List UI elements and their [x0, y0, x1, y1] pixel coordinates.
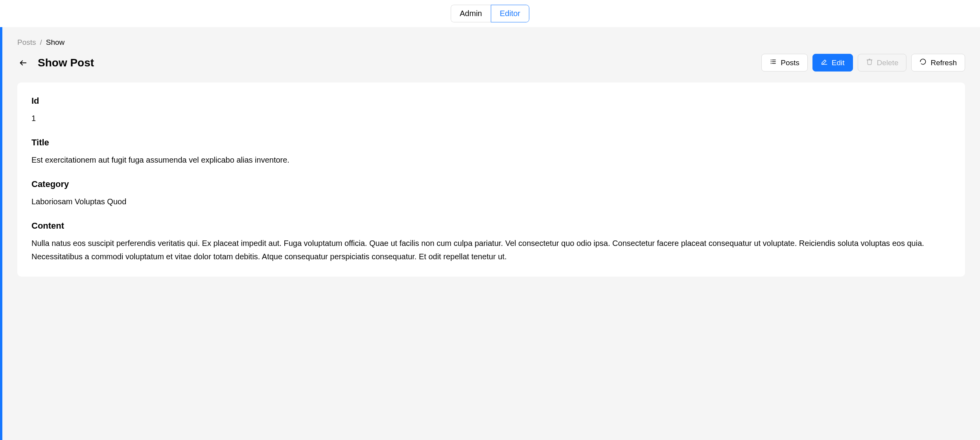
- field-title-value: Est exercitationem aut fugit fuga assume…: [31, 153, 951, 167]
- field-id: Id 1: [31, 96, 951, 125]
- top-bar: Admin Editor: [0, 0, 980, 27]
- field-title-label: Title: [31, 138, 951, 148]
- field-content-value: Nulla natus eos suscipit perferendis ver…: [31, 236, 951, 263]
- role-admin[interactable]: Admin: [451, 5, 491, 22]
- main-area: Posts / Show Show Post: [0, 27, 980, 440]
- field-content: Content Nulla natus eos suscipit perfere…: [31, 221, 951, 263]
- svg-point-6: [771, 63, 772, 64]
- role-editor[interactable]: Editor: [491, 5, 529, 22]
- svg-point-4: [771, 60, 772, 60]
- posts-button-label: Posts: [781, 59, 799, 67]
- svg-point-5: [771, 62, 772, 62]
- field-category-value: Laboriosam Voluptas Quod: [31, 195, 951, 208]
- refresh-icon: [919, 58, 927, 67]
- field-category-label: Category: [31, 179, 951, 189]
- delete-button-label: Delete: [877, 59, 899, 67]
- action-buttons: Posts Edit: [761, 54, 965, 72]
- title-group: Show Post: [17, 57, 94, 69]
- breadcrumb-separator: /: [40, 38, 42, 47]
- list-icon: [770, 58, 777, 67]
- page-title: Show Post: [38, 57, 94, 69]
- field-id-label: Id: [31, 96, 951, 106]
- back-arrow-icon[interactable]: [17, 57, 29, 69]
- field-content-label: Content: [31, 221, 951, 231]
- field-title: Title Est exercitationem aut fugit fuga …: [31, 138, 951, 167]
- role-switcher: Admin Editor: [451, 5, 529, 22]
- page-header: Show Post Posts: [17, 54, 965, 72]
- refresh-button-label: Refresh: [930, 59, 957, 67]
- edit-button[interactable]: Edit: [812, 54, 853, 72]
- edit-button-label: Edit: [832, 59, 845, 67]
- breadcrumb-parent[interactable]: Posts: [17, 38, 36, 47]
- refresh-button[interactable]: Refresh: [911, 54, 965, 72]
- edit-icon: [821, 58, 828, 67]
- field-category: Category Laboriosam Voluptas Quod: [31, 179, 951, 208]
- posts-button[interactable]: Posts: [761, 54, 808, 72]
- breadcrumb: Posts / Show: [17, 38, 965, 47]
- delete-button: Delete: [858, 54, 907, 72]
- content-card: Id 1 Title Est exercitationem aut fugit …: [17, 82, 965, 277]
- field-id-value: 1: [31, 112, 951, 125]
- breadcrumb-current: Show: [46, 38, 65, 47]
- delete-icon: [866, 58, 873, 67]
